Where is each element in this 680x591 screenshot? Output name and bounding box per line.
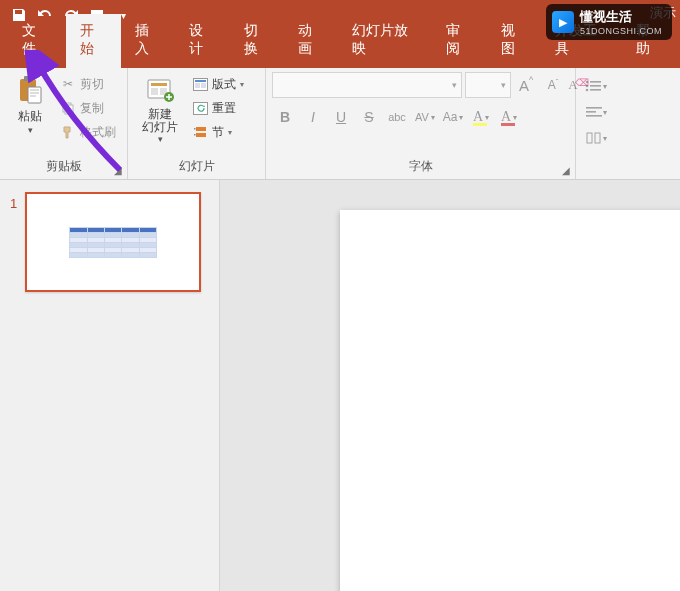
paste-button[interactable]: 粘贴 ▾	[6, 72, 54, 137]
layout-button[interactable]: 版式 ▾	[188, 72, 248, 96]
new-slide-icon	[144, 74, 176, 106]
tab-transitions[interactable]: 切换	[230, 14, 284, 68]
svg-point-23	[586, 89, 589, 92]
new-slide-button[interactable]: 新建 幻灯片 ▾	[134, 72, 186, 146]
copy-button[interactable]: 复制	[56, 96, 120, 120]
svg-rect-14	[193, 102, 207, 114]
chevron-down-icon: ▾	[501, 80, 506, 90]
watermark-badge: ▶ 懂视生活 51DONGSHI.COM	[546, 4, 672, 40]
tab-insert[interactable]: 插入	[121, 14, 175, 68]
new-slide-label: 新建 幻灯片	[142, 108, 178, 134]
align-button[interactable]: ▾	[582, 100, 610, 124]
paste-label: 粘贴	[18, 108, 42, 125]
bullets-button[interactable]: ▾	[582, 74, 610, 98]
increase-font-button[interactable]: A^	[514, 72, 538, 98]
group-font: ▾ ▾ A^ Aˇ A⌫ B I U S abc AV▾ Aa▾	[266, 68, 576, 179]
workspace: 1	[0, 180, 680, 591]
ribbon: 粘贴 ▾ ✂ 剪切 复制 格式刷	[0, 68, 680, 180]
thumbnail-table-graphic	[69, 227, 157, 258]
text-shadow-button[interactable]: abc	[384, 104, 410, 130]
font-color-button[interactable]: A ▾	[496, 104, 522, 130]
group-paragraph: ▾ ▾ ▾	[576, 68, 616, 179]
underline-button[interactable]: U	[328, 104, 354, 130]
copy-label: 复制	[80, 100, 104, 117]
tab-view[interactable]: 视图	[487, 14, 541, 68]
chevron-down-icon: ▾	[28, 125, 33, 135]
section-label: 节	[212, 124, 224, 141]
svg-rect-22	[590, 85, 601, 87]
thumbnail-panel[interactable]: 1	[0, 180, 220, 591]
copy-icon	[60, 100, 76, 116]
play-icon: ▶	[552, 11, 574, 33]
highlight-color-button[interactable]: A ▾	[468, 104, 494, 130]
tab-home[interactable]: 开始	[66, 14, 120, 68]
cut-button[interactable]: ✂ 剪切	[56, 72, 120, 96]
chevron-down-icon: ▾	[452, 80, 457, 90]
font-name-combo[interactable]: ▾	[272, 72, 462, 98]
svg-rect-25	[586, 107, 602, 109]
reset-icon	[192, 100, 208, 116]
group-slides: 新建 幻灯片 ▾ 版式 ▾ 重置	[128, 68, 266, 179]
svg-rect-4	[65, 105, 73, 114]
section-button[interactable]: 节 ▾	[188, 120, 248, 144]
brush-icon	[60, 124, 76, 140]
slide-editor[interactable]	[220, 180, 680, 591]
bold-button[interactable]: B	[272, 104, 298, 130]
cut-label: 剪切	[80, 76, 104, 93]
change-case-button[interactable]: Aa▾	[440, 104, 466, 130]
font-size-combo[interactable]: ▾	[465, 72, 511, 98]
svg-rect-7	[151, 88, 158, 95]
tab-file[interactable]: 文件	[4, 14, 66, 68]
chevron-down-icon: ▾	[158, 134, 163, 144]
tab-review[interactable]: 审阅	[432, 14, 486, 68]
svg-rect-18	[194, 134, 196, 136]
slide-canvas[interactable]	[340, 210, 680, 591]
tab-slideshow[interactable]: 幻灯片放映	[338, 14, 432, 68]
svg-rect-20	[590, 81, 601, 83]
svg-rect-2	[28, 87, 41, 103]
svg-rect-24	[590, 89, 601, 91]
reset-label: 重置	[212, 100, 236, 117]
paste-icon	[14, 74, 46, 106]
group-label-slides: 幻灯片	[134, 156, 259, 177]
svg-point-19	[586, 81, 589, 84]
char-spacing-button[interactable]: AV▾	[412, 104, 438, 130]
svg-rect-16	[196, 133, 206, 137]
thumbnail-preview[interactable]	[25, 192, 201, 292]
tab-animations[interactable]: 动画	[284, 14, 338, 68]
decrease-font-button[interactable]: Aˇ	[541, 72, 565, 98]
italic-button[interactable]: I	[300, 104, 326, 130]
svg-rect-15	[196, 127, 206, 131]
svg-rect-11	[195, 80, 206, 82]
columns-button[interactable]: ▾	[582, 126, 610, 150]
group-label-clipboard: 剪贴板	[6, 156, 121, 177]
svg-rect-26	[586, 111, 596, 113]
thumbnail-item[interactable]: 1	[10, 192, 209, 292]
group-label-font: 字体	[272, 156, 569, 177]
watermark-domain: 51DONGSHI.COM	[580, 26, 662, 36]
thumbnail-number: 1	[10, 192, 17, 292]
svg-rect-6	[151, 83, 167, 86]
reset-button[interactable]: 重置	[188, 96, 248, 120]
svg-rect-28	[587, 133, 592, 143]
format-painter-label: 格式刷	[80, 124, 116, 141]
svg-rect-29	[595, 133, 600, 143]
group-clipboard: 粘贴 ▾ ✂ 剪切 复制 格式刷	[0, 68, 128, 179]
svg-rect-17	[194, 128, 196, 130]
strikethrough-button[interactable]: S	[356, 104, 382, 130]
svg-rect-1	[24, 76, 32, 81]
section-icon	[192, 124, 208, 140]
layout-icon	[192, 76, 208, 92]
clipboard-launcher[interactable]: ◢	[111, 163, 125, 177]
svg-rect-13	[201, 83, 206, 88]
svg-rect-12	[195, 83, 200, 88]
layout-label: 版式	[212, 76, 236, 93]
font-launcher[interactable]: ◢	[559, 163, 573, 177]
watermark-brand: 懂视生活	[580, 9, 632, 24]
tab-design[interactable]: 设计	[175, 14, 229, 68]
svg-rect-27	[586, 115, 602, 117]
format-painter-button[interactable]: 格式刷	[56, 120, 120, 144]
scissors-icon: ✂	[60, 76, 76, 92]
svg-point-21	[586, 85, 589, 88]
